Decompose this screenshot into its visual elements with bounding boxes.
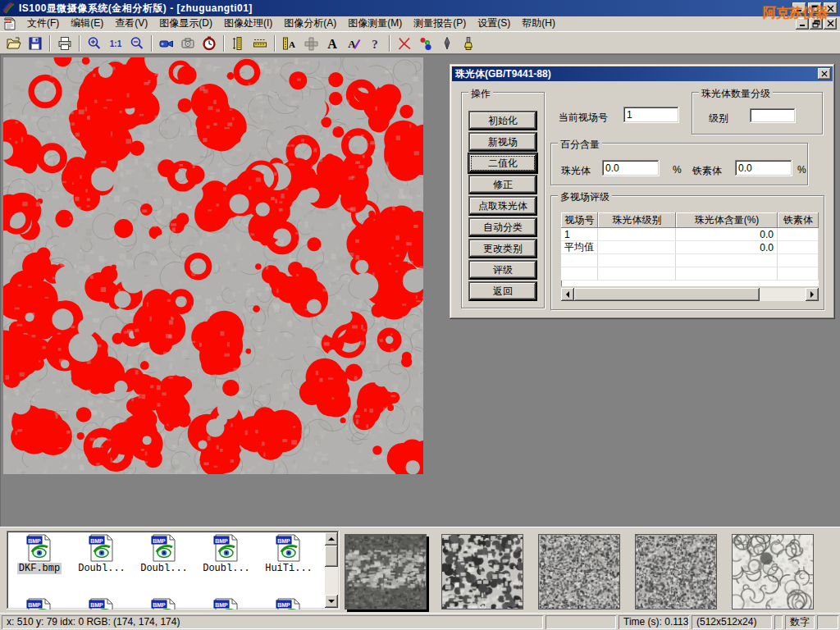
toolbar-help-button[interactable]: ? xyxy=(364,34,386,53)
ferrite-percent-input[interactable] xyxy=(735,160,792,176)
file-item-partial-4[interactable]: BMP xyxy=(259,598,318,609)
menu-item-7[interactable]: 测量报告(P) xyxy=(408,16,472,31)
toolbar-classify-button[interactable]: 3 xyxy=(415,34,436,53)
operation-button-5[interactable]: 自动分类 xyxy=(468,217,537,237)
file-item-partial-3[interactable]: BMP xyxy=(197,598,256,609)
operation-button-2[interactable]: 二值化 xyxy=(468,153,537,173)
image-dimensions-status: (512x512x24) xyxy=(692,615,772,629)
dialog-close-button[interactable] xyxy=(818,68,831,80)
current-field-input[interactable] xyxy=(623,107,679,123)
toolbar-brush-button[interactable] xyxy=(458,34,479,53)
level-input[interactable] xyxy=(750,108,796,123)
menu-item-8[interactable]: 设置(S) xyxy=(472,16,516,31)
toolbar-actual-size-button[interactable]: 1:1 xyxy=(105,34,126,53)
thumbnail-image xyxy=(345,535,426,609)
toolbar-video-capture-button[interactable] xyxy=(156,34,177,53)
file-item-partial-2[interactable]: BMP xyxy=(135,598,194,609)
toolbar-print-button[interactable] xyxy=(54,34,75,53)
svg-text:BMP: BMP xyxy=(153,538,166,544)
scroll-right-button[interactable] xyxy=(806,288,819,301)
hscroll-thumb[interactable] xyxy=(574,288,760,301)
scroll-down-button[interactable] xyxy=(325,595,338,608)
bmp-file-icon: BMP xyxy=(275,534,303,562)
brush-icon xyxy=(460,35,477,52)
annotate-a-icon: A xyxy=(345,35,362,52)
table-header-0[interactable]: 视场号 xyxy=(561,212,598,228)
close-button[interactable] xyxy=(824,2,838,14)
menu-item-1[interactable]: 编辑(E) xyxy=(65,16,109,31)
menu-item-2[interactable]: 查看(V) xyxy=(109,16,153,31)
operation-button-1[interactable]: 新视场 xyxy=(468,132,537,152)
micrograph-image[interactable] xyxy=(3,57,423,474)
file-item-1[interactable]: BMPDoubl... xyxy=(72,534,131,574)
micrograph-thumbnail-2[interactable] xyxy=(538,534,620,609)
menu-item-6[interactable]: 图像测量(M) xyxy=(342,16,408,31)
file-item-3[interactable]: BMPDoubl... xyxy=(197,534,256,574)
table-row-3[interactable] xyxy=(561,267,819,281)
toolbar-open-button[interactable] xyxy=(3,34,25,53)
micrograph-thumbnail-0[interactable] xyxy=(345,534,427,609)
toolbar-grid-button[interactable] xyxy=(300,34,322,53)
child-close-button[interactable] xyxy=(824,18,837,30)
child-restore-button[interactable] xyxy=(810,18,823,30)
toolbar-zoom-in-button[interactable] xyxy=(84,34,105,53)
dialog-title: 珠光体(GB/T9441-88) xyxy=(455,67,551,81)
toolbar-annotate-button[interactable]: A xyxy=(343,34,364,53)
table-hscrollbar[interactable] xyxy=(561,288,819,301)
menu-item-5[interactable]: 图像分析(A) xyxy=(278,16,342,31)
rating-table[interactable]: 视场号珠光体级别珠光体含量(%)铁素体10.0平均值0.0 xyxy=(561,212,819,286)
toolbar-timer-button[interactable] xyxy=(199,34,220,53)
micrograph-thumbnail-1[interactable] xyxy=(441,534,523,609)
pearlite-percent-input[interactable] xyxy=(602,160,660,176)
file-list-scrollbar[interactable] xyxy=(325,532,338,608)
operation-button-4[interactable]: 点取珠光体 xyxy=(468,196,537,216)
menu-item-9[interactable]: 帮助(H) xyxy=(516,16,561,31)
scroll-left-button[interactable] xyxy=(561,288,574,301)
title-bar: IS100显微摄像系统(金相分析版) - [zhuguangti01] xyxy=(0,0,840,16)
table-header-3[interactable]: 铁素体 xyxy=(778,212,819,228)
table-row-1[interactable]: 平均值0.0 xyxy=(561,241,819,254)
toolbar-separator xyxy=(79,35,80,52)
table-row-2[interactable] xyxy=(561,254,819,267)
toolbar-pen-button[interactable] xyxy=(436,34,458,53)
toolbar-caliper-button[interactable] xyxy=(228,34,249,53)
minimize-button[interactable] xyxy=(792,2,806,14)
operation-button-0[interactable]: 初始化 xyxy=(468,111,537,130)
file-item-0[interactable]: BMPDKF.bmp xyxy=(10,534,69,574)
vscroll-thumb[interactable] xyxy=(325,546,338,567)
file-item-2[interactable]: BMPDoubl... xyxy=(135,534,194,574)
file-item-partial-0[interactable]: BMP xyxy=(10,598,69,609)
file-browser[interactable]: BMPDKF.bmpBMPDoubl...BMPDoubl...BMPDoubl… xyxy=(7,531,340,609)
operation-button-7[interactable]: 评级 xyxy=(468,260,537,280)
document-icon[interactable]: DOC xyxy=(3,17,16,30)
operation-button-8[interactable]: 返回 xyxy=(468,281,537,301)
toolbar-snapshot-button[interactable] xyxy=(177,34,199,53)
table-cell xyxy=(676,267,778,281)
toolbar-curve-tool-button[interactable] xyxy=(394,34,415,53)
menu-item-3[interactable]: 图像显示(D) xyxy=(153,16,218,31)
current-field-label: 当前视场号 xyxy=(559,111,608,125)
micrograph-thumbnail-4[interactable] xyxy=(732,534,814,609)
table-header-2[interactable]: 珠光体含量(%) xyxy=(676,212,778,228)
table-header-1[interactable]: 珠光体级别 xyxy=(598,212,676,228)
table-row-0[interactable]: 10.0 xyxy=(561,228,819,241)
file-item-partial-1[interactable]: BMP xyxy=(72,598,131,609)
toolbar-save-button[interactable] xyxy=(25,34,46,53)
menu-item-4[interactable]: 图像处理(I) xyxy=(218,16,278,31)
scroll-up-button[interactable] xyxy=(325,532,338,546)
svg-text:BMP: BMP xyxy=(153,602,166,608)
operation-button-6[interactable]: 更改类别 xyxy=(468,239,537,258)
caliper-icon xyxy=(231,35,247,52)
toolbar-measure-label-button[interactable]: A xyxy=(279,34,300,53)
file-item-4[interactable]: BMPHuiTi... xyxy=(259,534,318,574)
operation-button-3[interactable]: 修正 xyxy=(468,175,537,194)
svg-text:BMP: BMP xyxy=(90,538,103,544)
micrograph-thumbnail-3[interactable] xyxy=(635,534,717,609)
menu-item-0[interactable]: 文件(F) xyxy=(21,16,65,31)
dialog-title-bar[interactable]: 珠光体(GB/T9441-88) xyxy=(452,66,833,81)
maximize-button[interactable] xyxy=(808,2,822,14)
child-minimize-button[interactable] xyxy=(796,18,809,30)
toolbar-text-button[interactable]: A xyxy=(322,34,343,53)
toolbar-zoom-out-button[interactable] xyxy=(126,34,148,53)
toolbar-ruler-button[interactable] xyxy=(249,34,271,53)
